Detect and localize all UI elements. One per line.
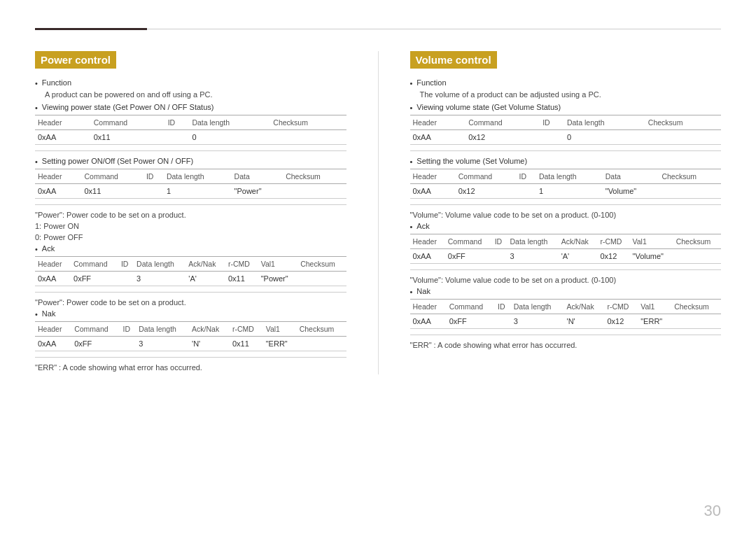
th-acknak: Ack/Nak (559, 234, 598, 249)
td-val1: "ERR" (638, 314, 671, 329)
td-command: 0x11 (82, 184, 144, 199)
th-header: Header (410, 234, 445, 249)
power-nak-label: Nak (42, 309, 56, 318)
bullet-dot-v1: • (410, 79, 413, 87)
power-setting-bullet: • Setting power ON/Off (Set Power ON / O… (35, 157, 346, 166)
td-command: 0xFF (71, 337, 120, 351)
power-ack-label: Ack (42, 244, 55, 253)
volume-control-title: Volume control (410, 51, 497, 69)
table-row: 0xAA 0x11 0 (35, 130, 346, 145)
td-datalength: 3 (511, 314, 564, 329)
th-val1: Val1 (258, 257, 298, 272)
th-header: Header (410, 169, 456, 184)
th-command: Command (445, 234, 492, 249)
td-val1: "ERR" (263, 337, 297, 351)
power-note2: 1: Power ON (35, 222, 346, 230)
td-checksum (659, 184, 721, 199)
bullet-dot: • (35, 79, 38, 87)
td-header: 0xAA (35, 272, 71, 286)
divider3 (35, 292, 346, 293)
table-row: 0xAA 0x12 0 (410, 130, 722, 145)
v-divider2 (410, 204, 722, 205)
v-divider1 (410, 150, 722, 151)
th-command: Command (71, 257, 118, 272)
volume-viewing-bullet: • Viewing volume state (Get Volume Statu… (410, 103, 722, 112)
th-id: ID (118, 257, 134, 272)
td-data: "Power" (232, 184, 284, 199)
power-function-label: Function (42, 78, 71, 87)
th-checksum: Checksum (270, 115, 346, 130)
td-val1: "Volume" (630, 249, 673, 264)
top-line-light (147, 29, 721, 29)
td-command: 0x12 (456, 184, 517, 199)
table-row: 0xAA 0x12 1 "Volume" (410, 184, 722, 199)
th-header: Header (35, 115, 91, 130)
column-divider (378, 51, 379, 374)
td-checksum (645, 130, 721, 145)
td-rcmd: 0x12 (597, 249, 629, 264)
power-note1: "Power": Power code to be set on a produ… (35, 211, 346, 219)
th-datalength: Data length (189, 115, 270, 130)
bullet-dot-v4: • (410, 223, 413, 231)
table-row: 0xAA 0xFF 3 'A' 0x12 "Volume" (410, 249, 722, 264)
th-datalength: Data length (136, 322, 189, 337)
th-id: ID (516, 169, 536, 184)
th-datalength: Data length (507, 234, 559, 249)
th-datalength: Data length (564, 115, 645, 130)
td-datalength: 3 (134, 272, 186, 286)
divider2 (35, 204, 346, 205)
th-datalength: Data length (536, 169, 603, 184)
td-id (495, 314, 511, 329)
table-row: 0xAA 0xFF 3 'N' 0x12 "ERR" (410, 314, 722, 329)
th-acknak: Ack/Nak (189, 322, 230, 337)
volume-setting-bullet: • Setting the volume (Set Volume) (410, 157, 722, 166)
td-id (144, 184, 164, 199)
th-header: Header (410, 300, 447, 314)
bullet-dot-v3: • (410, 157, 413, 166)
td-acknak: 'N' (189, 337, 230, 351)
th-rcmd: r-CMD (230, 322, 263, 337)
th-command: Command (456, 169, 517, 184)
th-datalength: Data length (511, 300, 564, 314)
td-rcmd: 0x11 (230, 337, 263, 351)
th-checksum: Checksum (298, 257, 346, 272)
td-data: "Volume" (603, 184, 659, 199)
td-id (120, 337, 136, 351)
volume-ack-bullet: • Ack (410, 222, 722, 231)
td-checksum (298, 272, 346, 286)
th-acknak: Ack/Nak (564, 300, 605, 314)
th-val1: Val1 (638, 300, 671, 314)
td-id (540, 130, 564, 145)
th-id: ID (165, 115, 190, 130)
power-table1: Header Command ID Data length Checksum 0… (35, 115, 346, 145)
th-acknak: Ack/Nak (186, 257, 225, 272)
power-table3: Header Command ID Data length Ack/Nak r-… (35, 256, 346, 286)
th-id: ID (144, 169, 164, 184)
th-datalength: Data length (134, 257, 186, 272)
v-divider3 (410, 269, 722, 270)
volume-table3: Header Command ID Data length Ack/Nak r-… (410, 234, 722, 264)
td-datalength: 0 (189, 130, 270, 145)
th-val1: Val1 (263, 322, 297, 337)
th-id: ID (492, 234, 507, 249)
bullet-dot-v2: • (410, 104, 413, 112)
volume-function-bullet: • Function (410, 78, 722, 87)
volume-setting-label: Setting the volume (Set Volume) (416, 157, 527, 166)
volume-err-note: "ERR" : A code showing what error has oc… (410, 341, 722, 349)
th-header: Header (35, 169, 82, 184)
td-datalength: 3 (136, 337, 189, 351)
td-acknak: 'A' (559, 249, 598, 264)
td-datalength: 0 (564, 130, 645, 145)
power-err-note: "ERR" : A code showing what error has oc… (35, 363, 346, 372)
th-rcmd: r-CMD (225, 257, 258, 272)
power-control-col: Power control • Function A product can b… (35, 51, 346, 374)
power-viewing-bullet: • Viewing power state (Get Power ON / OF… (35, 103, 346, 112)
th-header: Header (35, 257, 71, 272)
th-checksum: Checksum (645, 115, 721, 130)
th-id: ID (120, 322, 136, 337)
th-command: Command (71, 322, 120, 337)
td-rcmd: 0x12 (604, 314, 638, 329)
td-checksum (673, 249, 721, 264)
th-id: ID (495, 300, 511, 314)
th-checksum: Checksum (283, 169, 346, 184)
